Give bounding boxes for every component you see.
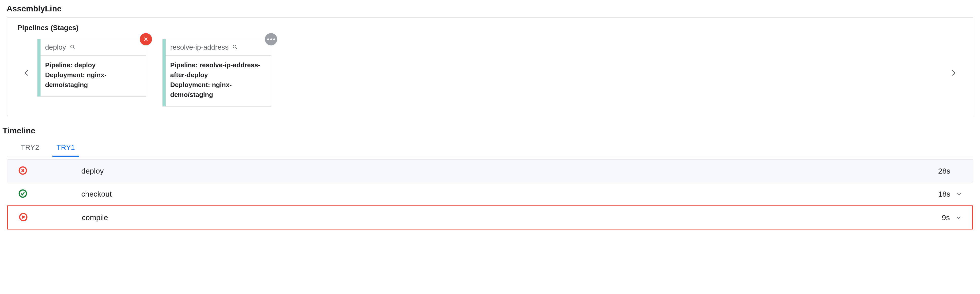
pipeline-card-title: resolve-ip-address — [170, 43, 229, 51]
card-side-stripe — [38, 39, 41, 96]
pipelines-carousel: deploy Pipeline: deploy Deployment: ngin… — [18, 39, 963, 106]
status-fail-icon — [18, 166, 28, 176]
card-more-menu-button[interactable] — [265, 33, 277, 45]
card-status-error-icon[interactable] — [140, 33, 152, 45]
step-row-compile[interactable]: compile 9s — [7, 205, 973, 229]
pipelines-panel: Pipelines (Stages) deploy — [7, 17, 973, 116]
search-icon[interactable] — [70, 44, 76, 51]
carousel-next-button[interactable] — [947, 57, 960, 89]
tab-try1[interactable]: TRY1 — [55, 140, 76, 156]
pipeline-label: Pipeline: — [45, 61, 72, 69]
pipeline-cards: deploy Pipeline: deploy Deployment: ngin… — [37, 39, 271, 106]
pipeline-card-body: Pipeline: deploy Deployment: nginx-demo/… — [38, 56, 146, 96]
step-row-deploy[interactable]: deploy 28s — [7, 160, 973, 182]
carousel-prev-button[interactable] — [20, 57, 33, 89]
card-side-stripe — [162, 39, 165, 106]
pipeline-card-header: deploy — [38, 39, 146, 56]
step-name: deploy — [81, 167, 938, 175]
chevron-down-icon — [956, 191, 963, 198]
pipeline-card-resolve-ip[interactable]: resolve-ip-address Pipeline: resolve-ip-… — [162, 39, 271, 106]
chevron-left-icon — [22, 69, 31, 77]
step-row-checkout[interactable]: checkout 18s — [7, 182, 973, 205]
deployment-label: Deployment: — [170, 81, 210, 89]
svg-point-1 — [233, 45, 236, 48]
pipeline-value: deploy — [75, 61, 96, 69]
timeline-tabs: TRY2 TRY1 — [7, 140, 973, 157]
pipeline-card-deploy[interactable]: deploy Pipeline: deploy Deployment: ngin… — [37, 39, 146, 96]
deployment-label: Deployment: — [45, 71, 85, 79]
search-icon[interactable] — [232, 44, 238, 51]
step-duration: 18s — [938, 190, 950, 198]
status-pass-icon — [18, 189, 28, 199]
step-duration: 28s — [938, 167, 950, 175]
chevron-right-icon — [949, 69, 958, 77]
chevron-down-icon — [955, 214, 962, 221]
pipeline-card-header: resolve-ip-address — [162, 39, 271, 56]
step-name: checkout — [81, 190, 938, 198]
svg-point-0 — [71, 45, 74, 48]
assemblyline-title: AssemblyLine — [6, 4, 980, 13]
pipeline-label: Pipeline: — [170, 61, 197, 69]
timeline-steps: deploy 28s checkout 18s — [7, 160, 973, 229]
pipelines-panel-title: Pipelines (Stages) — [18, 24, 963, 32]
step-duration: 9s — [942, 213, 950, 222]
status-fail-icon — [19, 212, 28, 223]
ellipsis-icon — [267, 38, 275, 40]
timeline-title: Timeline — [3, 126, 980, 135]
tab-try2[interactable]: TRY2 — [19, 140, 41, 156]
pipeline-card-body: Pipeline: resolve-ip-address-after-deplo… — [162, 56, 271, 106]
step-name: compile — [82, 213, 942, 222]
pipeline-card-title: deploy — [45, 43, 66, 51]
